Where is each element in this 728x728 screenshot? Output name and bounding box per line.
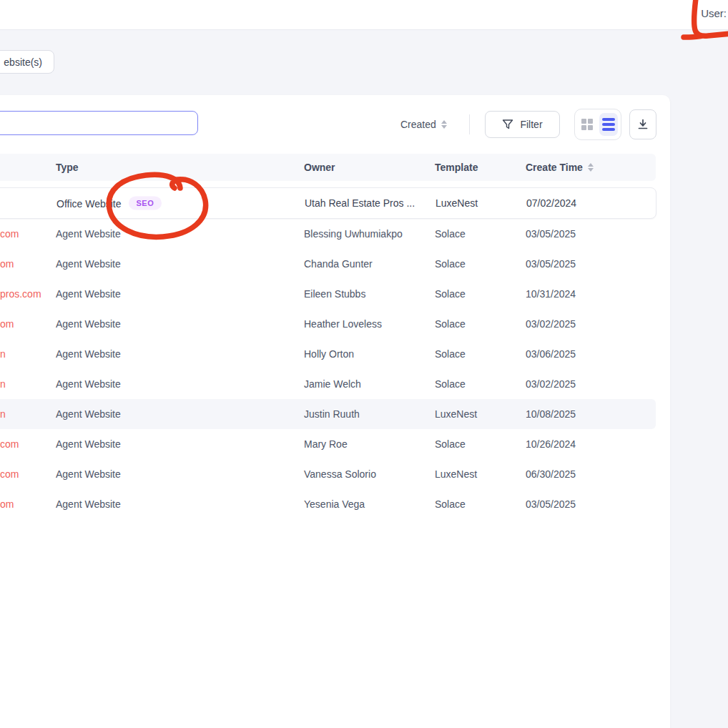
owner-name: Vanessa Solorio [304, 468, 376, 480]
owner-name: Utah Real Estate Pros ... [305, 197, 415, 209]
funnel-icon [502, 119, 513, 130]
template-name: Solace [435, 348, 466, 360]
sort-label: Created [400, 119, 436, 130]
create-time: 06/30/2025 [526, 468, 576, 480]
sort-created-control[interactable]: Created [400, 111, 447, 138]
grid-view-icon [581, 119, 593, 130]
website-type-label: Agent Website [56, 498, 121, 510]
website-domain-link[interactable]: n [0, 348, 6, 360]
website-domain-link[interactable]: com [0, 228, 19, 240]
filter-button[interactable]: Filter [485, 111, 560, 138]
owner-name: Blessing Uwhumiakpo [304, 228, 403, 240]
website-domain-link[interactable]: com [0, 468, 19, 480]
create-time-sort-carets-icon [588, 163, 594, 172]
website-type: Agent Website [56, 468, 121, 480]
template-name: LuxeNest [435, 408, 477, 420]
seo-badge: SEO [129, 197, 162, 210]
sort-carets-icon [441, 120, 447, 129]
table-row[interactable]: omAgent WebsiteHeather LovelessSolace03/… [0, 309, 656, 339]
table-row[interactable]: Office WebsiteSEOUtah Real Estate Pros .… [0, 187, 656, 219]
website-type: Agent Website [56, 438, 121, 450]
owner-name: Yesenia Vega [304, 498, 365, 510]
website-domain-link[interactable]: pros.com [0, 288, 41, 300]
grid-view-button[interactable] [578, 113, 596, 136]
website-type-label: Office Website [56, 197, 122, 209]
filter-label: Filter [520, 119, 542, 130]
owner-name: Chanda Gunter [304, 258, 373, 270]
owner-name: Justin Ruuth [304, 408, 360, 420]
create-time: 03/02/2025 [526, 378, 576, 390]
download-icon [636, 118, 649, 131]
list-view-button[interactable] [599, 113, 618, 136]
website-type-label: Agent Website [56, 258, 121, 270]
table-row[interactable]: omAgent WebsiteChanda GunterSolace03/05/… [0, 249, 656, 279]
website-type: Agent Website [56, 348, 121, 360]
website-type: Agent Website [56, 378, 121, 390]
table-row[interactable]: nAgent WebsiteHolly OrtonSolace03/06/202… [0, 339, 656, 369]
content-card: Created Filter Type Owner Template Creat… [0, 95, 670, 728]
column-header-create-time[interactable]: Create Time [526, 162, 594, 173]
website-type: Agent Website [56, 408, 121, 420]
website-type-label: Agent Website [56, 228, 121, 240]
create-time: 10/08/2025 [526, 408, 576, 420]
create-time: 03/02/2025 [526, 318, 576, 330]
table-row[interactable]: nAgent WebsiteJamie WelchSolace03/02/202… [0, 369, 656, 399]
list-view-icon [602, 118, 615, 131]
website-type: Agent Website [56, 228, 121, 240]
template-name: Solace [435, 258, 466, 270]
websites-tab-button[interactable]: ebsite(s) [0, 50, 54, 74]
create-time: 03/05/2025 [526, 228, 576, 240]
red-corner-tick [684, 36, 701, 38]
website-type-label: Agent Website [56, 468, 121, 480]
create-time: 03/06/2025 [526, 348, 576, 360]
template-name: Solace [435, 228, 466, 240]
website-type-label: Agent Website [56, 348, 121, 360]
website-type-label: Agent Website [56, 408, 121, 420]
create-time: 03/05/2025 [526, 498, 576, 510]
website-domain-link[interactable]: com [0, 438, 19, 450]
table-row[interactable]: comAgent WebsiteMary RoeSolace10/26/2024 [0, 429, 656, 459]
table-row[interactable]: omAgent WebsiteYesenia VegaSolace03/05/2… [0, 489, 656, 519]
column-header-owner: Owner [304, 162, 335, 173]
owner-name: Mary Roe [304, 438, 348, 450]
website-domain-link[interactable]: om [0, 258, 14, 270]
owner-name: Holly Orton [304, 348, 354, 360]
view-toggle-group [574, 109, 621, 140]
create-time: 10/26/2024 [526, 438, 576, 450]
website-domain-link[interactable]: n [0, 408, 6, 420]
website-type-label: Agent Website [56, 288, 121, 300]
user-label: User: [701, 7, 727, 19]
column-header-type: Type [56, 162, 79, 173]
table-row[interactable]: pros.comAgent WebsiteEileen StubbsSolace… [0, 279, 656, 309]
website-type-label: Agent Website [56, 378, 121, 390]
template-name: LuxeNest [436, 197, 478, 209]
template-name: Solace [435, 318, 466, 330]
table-row[interactable]: comAgent WebsiteVanessa SolorioLuxeNest0… [0, 459, 656, 489]
template-name: Solace [435, 378, 466, 390]
top-header-bar: User: [0, 0, 728, 30]
website-type: Agent Website [56, 498, 121, 510]
create-time: 03/05/2025 [526, 258, 576, 270]
table-header-row: Type Owner Template Create Time [0, 154, 656, 181]
website-domain-link[interactable]: om [0, 318, 14, 330]
create-time: 07/02/2024 [526, 197, 576, 209]
download-button[interactable] [629, 109, 656, 139]
website-type: Office WebsiteSEO [56, 197, 162, 210]
template-name: Solace [435, 438, 466, 450]
website-domain-link[interactable]: om [0, 498, 14, 510]
template-name: Solace [435, 288, 466, 300]
owner-name: Jamie Welch [304, 378, 361, 390]
website-type: Agent Website [56, 318, 121, 330]
table-row[interactable]: comAgent WebsiteBlessing UwhumiakpoSolac… [0, 219, 656, 249]
table-rows: Office WebsiteSEOUtah Real Estate Pros .… [0, 187, 656, 519]
owner-name: Heather Loveless [304, 318, 382, 330]
search-input[interactable] [0, 111, 198, 135]
toolbar-divider [469, 114, 470, 134]
website-type-label: Agent Website [56, 438, 121, 450]
table-row[interactable]: nAgent WebsiteJustin RuuthLuxeNest10/08/… [0, 399, 656, 429]
column-header-template: Template [435, 162, 478, 173]
website-domain-link[interactable]: n [0, 378, 6, 390]
template-name: LuxeNest [435, 468, 477, 480]
create-time: 10/31/2024 [526, 288, 576, 300]
website-type: Agent Website [56, 258, 121, 270]
